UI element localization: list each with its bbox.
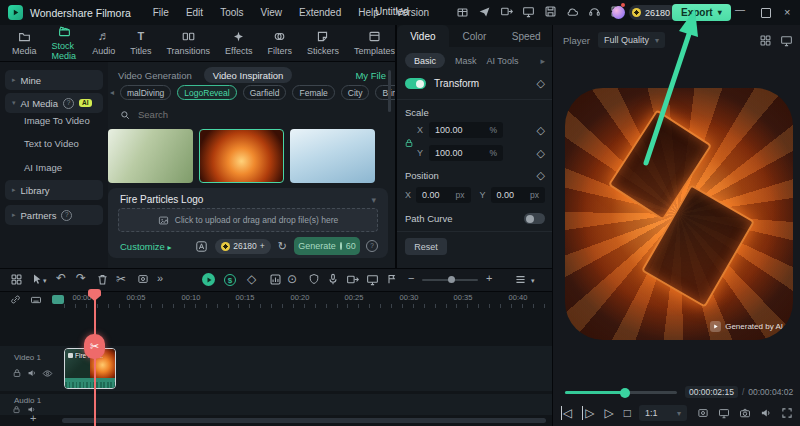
link-lock-icon[interactable] <box>404 138 414 148</box>
cloud-icon[interactable] <box>566 5 579 18</box>
play-button[interactable]: ▷ <box>604 406 613 420</box>
zoom-slider-handle[interactable] <box>448 276 455 283</box>
share-icon[interactable] <box>478 5 491 18</box>
card-header[interactable]: Fire Particles Logo ▾ <box>120 194 376 205</box>
screen-record-icon[interactable] <box>366 273 379 286</box>
subtab-basic[interactable]: Basic <box>405 53 445 68</box>
tab-video[interactable]: Video <box>397 25 449 47</box>
playhead-line[interactable] <box>94 297 96 426</box>
aspect-ratio-dropdown[interactable]: 1:1 ▾ <box>639 405 687 421</box>
path-curve-toggle[interactable] <box>524 213 545 224</box>
transform-toggle[interactable] <box>405 78 426 89</box>
tab-video-generation[interactable]: Video Generation <box>118 70 192 81</box>
render-chart-icon[interactable] <box>269 273 282 286</box>
chevron-down-icon[interactable]: ▾ <box>531 277 535 285</box>
credits-pill[interactable]: 26180 <box>629 5 677 20</box>
avatar[interactable] <box>612 6 625 19</box>
timeline-zoom-slider[interactable] <box>422 279 478 281</box>
search-bar[interactable] <box>120 108 260 121</box>
tab-stock-media[interactable]: Stock Media <box>52 25 78 61</box>
split-view-icon[interactable] <box>759 34 772 47</box>
menu-view[interactable]: View <box>260 7 282 18</box>
tab-media[interactable]: Media <box>12 30 37 56</box>
export-queue-icon[interactable] <box>500 5 513 18</box>
mute-icon[interactable] <box>27 368 37 378</box>
sidebar-item-text-to-video[interactable]: Text to Video <box>24 138 79 149</box>
snapshot-camera-icon[interactable] <box>739 407 751 419</box>
slider-handle[interactable] <box>620 388 630 398</box>
menu-extended[interactable]: Extended <box>299 7 341 18</box>
chip-female[interactable]: Female <box>292 85 334 100</box>
add-track-button[interactable]: + <box>30 412 36 424</box>
quality-dropdown[interactable]: Full Quality ▾ <box>598 32 665 48</box>
mask-shield-icon[interactable] <box>308 273 320 285</box>
delete-icon[interactable] <box>96 273 109 286</box>
subtab-mask[interactable]: Mask <box>455 56 477 66</box>
volume-icon[interactable] <box>760 407 772 419</box>
sidebar-item-ai-media[interactable]: ▾ AI Media ? AI <box>5 93 103 113</box>
subtab-ai-tools[interactable]: AI Tools <box>487 56 519 66</box>
more-tools-icon[interactable]: » <box>157 272 163 284</box>
chevron-down-icon[interactable]: ▾ <box>43 277 47 285</box>
scale-x-input[interactable]: 100.00 % <box>429 122 503 138</box>
select-tool-icon[interactable] <box>31 273 43 285</box>
undo-icon[interactable]: ↶ <box>56 271 66 285</box>
close-button[interactable]: × <box>784 6 790 18</box>
next-frame-button[interactable]: ▷ <box>582 406 594 420</box>
media-browser-icon[interactable] <box>10 273 23 286</box>
sidebar-item-library[interactable]: ▸ Library <box>5 180 103 200</box>
redo-icon[interactable]: ↷ <box>76 271 86 285</box>
zoom-in-icon[interactable]: + <box>486 272 492 284</box>
menu-tools[interactable]: Tools <box>220 7 243 18</box>
refresh-icon[interactable]: ↻ <box>278 240 287 253</box>
scale-y-input[interactable]: 100.00 % <box>429 145 503 161</box>
marker-icon[interactable] <box>697 407 709 419</box>
lock-icon[interactable] <box>12 405 21 414</box>
zoom-out-icon[interactable]: − <box>408 272 414 284</box>
upload-dropzone[interactable]: Click to upload or drag and drop file(s)… <box>118 208 378 232</box>
marker-flag-icon[interactable] <box>386 273 398 285</box>
keyboard-icon[interactable] <box>30 294 42 306</box>
save-icon[interactable] <box>544 5 557 18</box>
record-icon[interactable]: ⊙ <box>287 272 297 286</box>
position-x-input[interactable]: 0.00 px <box>416 187 470 203</box>
auto-ripple-icon[interactable]: $ <box>224 274 236 286</box>
playback-progress-slider[interactable] <box>565 391 677 394</box>
translate-icon[interactable] <box>195 240 208 253</box>
timeline-ruler[interactable]: 00:00 00:05 00:10 00:15 00:20 00:25 00:3… <box>0 291 552 309</box>
thumbnail-green-leaves[interactable] <box>108 129 193 183</box>
mirror-display-icon[interactable] <box>718 407 730 419</box>
lock-icon[interactable] <box>12 368 22 378</box>
keyframe-icon[interactable]: ◇ <box>247 272 256 286</box>
chip-garfield[interactable]: Garfield <box>243 85 287 100</box>
eye-icon[interactable] <box>42 368 53 379</box>
crop-icon[interactable] <box>137 273 149 285</box>
keyframe-icon[interactable]: ◇ <box>537 77 545 90</box>
keyframe-icon[interactable]: ◇ <box>537 124 545 137</box>
tab-stickers[interactable]: Stickers <box>307 30 339 56</box>
my-file-link[interactable]: My File <box>355 70 386 81</box>
timeline-scrollbar[interactable] <box>62 418 546 423</box>
thumbnail-fire-logo-selected[interactable] <box>199 129 284 183</box>
export-button[interactable]: Export ▾ <box>672 4 731 21</box>
thumbnail-ice-crystal[interactable] <box>290 129 375 183</box>
tab-transitions[interactable]: Transitions <box>166 30 210 56</box>
tab-audio[interactable]: ♬Audio <box>92 30 115 56</box>
voiceover-mic-icon[interactable] <box>327 273 339 285</box>
tab-video-inspiration[interactable]: Video Inspiration <box>204 67 293 83</box>
tab-titles[interactable]: TTitles <box>130 30 151 56</box>
video-preview[interactable]: Generated by AI <box>565 88 793 340</box>
tab-effects[interactable]: Effects <box>225 30 252 56</box>
content-scrollbar[interactable] <box>388 70 391 112</box>
position-y-input[interactable]: 0.00 px <box>491 187 545 203</box>
track-color-icon[interactable] <box>52 295 64 304</box>
chevron-right-icon[interactable]: ▸ <box>540 56 545 66</box>
keyframe-icon[interactable]: ◇ <box>537 147 545 160</box>
fullscreen-icon[interactable] <box>781 407 793 419</box>
sidebar-item-image-to-video[interactable]: Image To Video <box>24 115 90 126</box>
keyframe-icon[interactable]: ◇ <box>537 169 545 182</box>
menu-file[interactable]: File <box>153 7 169 18</box>
sidebar-item-ai-image[interactable]: AI Image <box>24 162 62 173</box>
playhead-split-button[interactable]: ✂ <box>84 334 105 359</box>
tab-speed[interactable]: Speed <box>500 25 552 47</box>
